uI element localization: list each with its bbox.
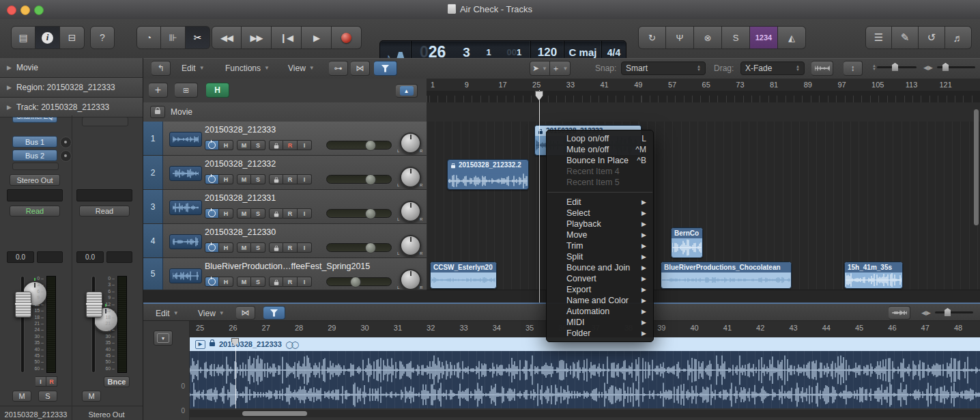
track-waveform-icon[interactable] <box>169 166 202 181</box>
add-track-button[interactable]: + <box>149 83 168 98</box>
track-header-row[interactable]: 220150328_212332HMSRILR <box>143 156 427 190</box>
track-on-button[interactable] <box>205 208 219 219</box>
automation-mode-button[interactable]: Read <box>79 206 130 216</box>
scrollbar-thumb[interactable] <box>242 411 307 416</box>
automation-mode-button[interactable]: Read <box>10 206 60 216</box>
send-slot-bus2[interactable]: Bus 2 <box>12 150 57 161</box>
library-icon[interactable]: ▤ <box>11 26 35 49</box>
forward-button[interactable]: ▶▶ <box>242 26 272 49</box>
editor-zoom-slider[interactable] <box>935 311 973 313</box>
volume-value[interactable]: 0.0 <box>7 251 34 263</box>
menu-item-bounce-in-place[interactable]: Bounce In Place^B <box>547 155 653 166</box>
menu-item-convert[interactable]: Convert▶ <box>547 273 653 284</box>
track-header-row[interactable]: 120150328_212333HMSRILR <box>143 122 427 156</box>
slider-thumb[interactable] <box>350 277 361 288</box>
peak-value[interactable] <box>37 251 63 263</box>
punch-icon[interactable]: ⊗ <box>694 26 722 49</box>
track-hide-button[interactable]: H <box>219 140 233 150</box>
track-input-monitor-button[interactable]: I <box>298 208 312 219</box>
fader-track[interactable] <box>92 277 95 372</box>
track-pan-knob[interactable] <box>400 167 421 188</box>
empty-send-slot[interactable] <box>12 163 59 170</box>
editor-hscrollbar[interactable] <box>190 410 980 417</box>
record-button[interactable] <box>332 26 362 49</box>
flex-icon[interactable]: ⋈ <box>351 61 370 76</box>
lock-button[interactable] <box>150 106 165 118</box>
vertical-zoom-slider[interactable] <box>877 66 917 68</box>
track-on-button[interactable] <box>205 277 219 287</box>
track-hide-button[interactable]: H <box>219 208 233 219</box>
mute-button[interactable]: M <box>12 391 31 402</box>
volume-fader[interactable] <box>86 292 102 318</box>
mute-button[interactable]: M <box>82 391 101 402</box>
track-volume-slider[interactable] <box>326 141 392 150</box>
fader-track[interactable] <box>21 277 24 372</box>
track-solo-button[interactable]: S <box>251 208 265 219</box>
zoom-handle[interactable] <box>945 308 951 316</box>
track-mute-button[interactable]: M <box>237 140 251 150</box>
track-mute-button[interactable]: M <box>237 208 251 219</box>
play-button[interactable]: ▶ <box>302 26 332 49</box>
inspector-section-0[interactable]: ▶Movie <box>0 58 143 78</box>
hide-tracks-button[interactable]: H <box>206 83 229 98</box>
track-lock-button[interactable] <box>269 277 283 287</box>
track-input-monitor-button[interactable]: I <box>298 174 312 184</box>
track-record-enable-button[interactable]: R <box>283 140 298 150</box>
track-mute-button[interactable]: M <box>237 174 251 184</box>
group-slot[interactable] <box>76 189 132 201</box>
track-lane[interactable] <box>427 190 980 225</box>
track-header-row[interactable]: 420150328_212330HMSRILR <box>143 224 427 258</box>
track-lane[interactable] <box>427 224 980 259</box>
slider-thumb[interactable] <box>365 242 376 253</box>
timeline-vscrollbar-thumb[interactable] <box>974 109 979 225</box>
zoom-handle[interactable] <box>942 63 949 71</box>
volume-fader[interactable] <box>15 292 31 318</box>
menu-item-select[interactable]: Select▶ <box>547 208 653 219</box>
rewind-button[interactable]: ◀◀ <box>212 26 242 49</box>
snap-dropdown[interactable]: Smart▲▼ <box>621 61 706 75</box>
track-lock-button[interactable] <box>269 140 283 150</box>
input-monitor-button[interactable]: I <box>35 376 46 387</box>
track-on-button[interactable] <box>205 140 219 150</box>
slider-thumb[interactable] <box>365 208 376 219</box>
track-lock-button[interactable] <box>269 208 283 219</box>
editor-edit-menu[interactable]: Edit▼ <box>150 306 184 320</box>
automation-icon[interactable]: ⊶ <box>329 61 348 76</box>
hierarchy-up-button[interactable]: ↰ <box>152 61 171 76</box>
bar-ruler[interactable]: 191725334149576573818997105113121 <box>427 79 980 91</box>
track-waveform-icon[interactable] <box>169 234 202 249</box>
zoom-handle[interactable] <box>892 63 898 71</box>
track-waveform-icon[interactable] <box>169 132 202 147</box>
track-mute-button[interactable]: M <box>237 277 251 287</box>
track-input-monitor-button[interactable]: I <box>298 140 312 150</box>
track-pan-knob[interactable] <box>400 201 421 222</box>
menu-item-split[interactable]: Split▶ <box>547 251 653 262</box>
track-hide-button[interactable]: H <box>219 242 233 253</box>
menu-item-folder[interactable]: Folder▶ <box>547 328 653 339</box>
mixer-icon[interactable]: ⊪ <box>161 26 186 49</box>
output-slot[interactable]: Stereo Out <box>10 174 60 186</box>
menu-item-name-and-color[interactable]: Name and Color▶ <box>547 295 653 306</box>
movie-track-lane[interactable] <box>427 102 980 122</box>
track-lock-button[interactable] <box>269 242 283 253</box>
edit-menu[interactable]: Edit▼ <box>176 61 210 75</box>
track-solo-button[interactable]: S <box>251 242 265 253</box>
waveform-zoom-button[interactable] <box>811 61 833 76</box>
send-slot-bus1[interactable]: Bus 1 <box>12 136 57 148</box>
track-on-button[interactable] <box>205 242 219 253</box>
audio-region[interactable]: BernCo <box>671 227 703 258</box>
track-record-enable-button[interactable]: R <box>283 174 298 184</box>
menu-item-automation[interactable]: Automation▶ <box>547 306 653 317</box>
send-level-knob[interactable] <box>60 137 72 148</box>
cycle-icon[interactable]: ↻ <box>638 26 666 49</box>
send-level-knob[interactable] <box>60 150 72 162</box>
inspector-icon[interactable]: i <box>35 26 60 49</box>
movie-track-header[interactable]: Movie <box>143 102 427 122</box>
apple-loops-icon[interactable]: ↺ <box>919 26 945 49</box>
track-record-enable-button[interactable]: R <box>283 277 298 287</box>
track-volume-slider[interactable] <box>326 277 392 286</box>
auto-track-zoom-button[interactable]: ↕ <box>844 61 863 76</box>
metronome-icon[interactable]: ◭ <box>778 26 806 49</box>
peak-value[interactable] <box>106 251 132 263</box>
track-lane[interactable] <box>427 122 980 156</box>
